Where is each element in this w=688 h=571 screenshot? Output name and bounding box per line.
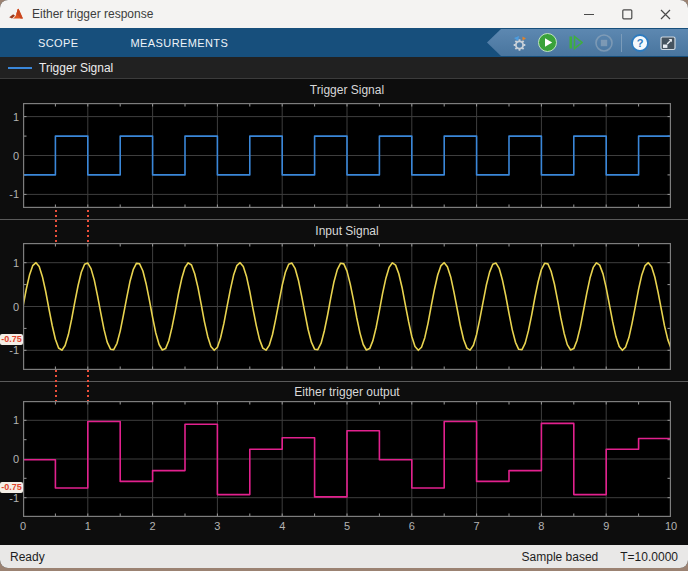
x-tick-label: 9 xyxy=(593,520,619,532)
output-y-tick-label: -1 xyxy=(2,492,19,504)
help-icon[interactable]: ? xyxy=(629,32,650,53)
tab-measurements[interactable]: MEASUREMENTS xyxy=(131,37,229,49)
status-sim-time: T=10.0000 xyxy=(620,550,678,564)
trigger-y-tick-label: -1 xyxy=(2,188,19,200)
scope-window: Either trigger response SCOPE MEASUREMEN… xyxy=(0,0,688,568)
run-icon[interactable] xyxy=(537,32,558,53)
x-tick-label: 5 xyxy=(334,520,360,532)
status-bar: Ready Sample based T=10.0000 xyxy=(0,545,688,568)
trigger-plot-canvas[interactable] xyxy=(23,103,671,208)
input-y-tick-label: -1 xyxy=(2,344,19,356)
maximize-button[interactable] xyxy=(612,0,642,28)
toolbar-separator xyxy=(621,34,622,52)
status-sample-mode: Sample based xyxy=(522,550,599,564)
trigger-plot-title: Trigger Signal xyxy=(23,83,671,97)
x-tick-label: 10 xyxy=(658,520,684,532)
trigger-y-tick-label: 1 xyxy=(2,111,19,123)
x-tick-label: 7 xyxy=(464,520,490,532)
input-y-tick-label: 1 xyxy=(2,257,19,269)
legend-item-trigger-signal[interactable]: Trigger Signal xyxy=(39,61,113,75)
minimize-button[interactable] xyxy=(574,0,604,28)
output-y-tick-label: 1 xyxy=(2,414,19,426)
simulation-settings-gear-icon[interactable] xyxy=(509,32,530,53)
title-bar: Either trigger response xyxy=(0,0,688,28)
legend-line-sample xyxy=(8,67,32,69)
x-tick-label: 3 xyxy=(204,520,230,532)
plot-area[interactable]: Trigger Signal Input Signal Either trigg… xyxy=(0,79,688,545)
legend-bar: Trigger Signal xyxy=(0,57,688,79)
input-y-tick-label: 0 xyxy=(2,301,19,313)
window-title: Either trigger response xyxy=(32,7,574,21)
output-plot-canvas[interactable] xyxy=(23,401,671,517)
cursor-value-label: -0.75 xyxy=(0,334,23,345)
toolstrip: SCOPE MEASUREMENTS xyxy=(0,28,688,57)
x-tick-label: 0 xyxy=(10,520,36,532)
x-tick-label: 8 xyxy=(528,520,554,532)
x-tick-label: 1 xyxy=(75,520,101,532)
panel-separator xyxy=(0,219,688,220)
step-forward-icon[interactable] xyxy=(565,32,586,53)
status-ready: Ready xyxy=(10,550,522,564)
output-y-tick-label: 0 xyxy=(2,453,19,465)
trigger-y-tick-label: 0 xyxy=(2,150,19,162)
stop-icon[interactable] xyxy=(593,32,614,53)
matlab-logo-icon xyxy=(8,6,25,23)
output-plot-title: Either trigger output xyxy=(23,385,671,399)
input-plot-canvas[interactable] xyxy=(23,243,671,370)
popout-icon[interactable] xyxy=(657,32,678,53)
x-tick-label: 2 xyxy=(140,520,166,532)
tab-scope[interactable]: SCOPE xyxy=(38,37,79,49)
simulation-toolbar: ? xyxy=(487,29,688,56)
close-button[interactable] xyxy=(650,0,680,28)
x-tick-label: 6 xyxy=(399,520,425,532)
x-tick-label: 4 xyxy=(269,520,295,532)
svg-text:?: ? xyxy=(636,37,643,49)
panel-separator xyxy=(0,381,688,382)
input-plot-title: Input Signal xyxy=(23,224,671,238)
